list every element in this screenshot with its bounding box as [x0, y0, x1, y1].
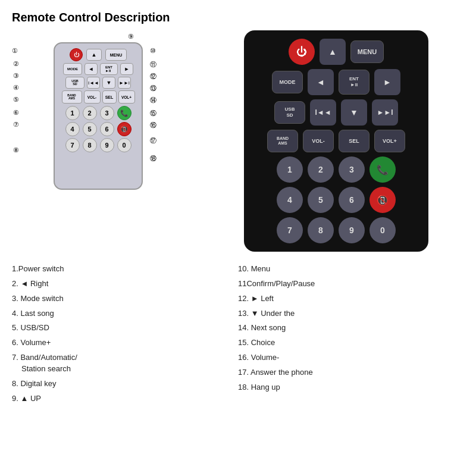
- callout-10: ⑩: [150, 47, 156, 55]
- diag-btn-up: ▲: [86, 49, 102, 61]
- rp-btn-band[interactable]: BANDAMS: [267, 130, 298, 152]
- diag-btn-8: 8: [83, 138, 97, 152]
- diagram-row-2: MODE ◄ ENT►II ►: [58, 63, 138, 75]
- rp-btn-volminus[interactable]: VOL-: [303, 130, 334, 152]
- page-title: Remote Control Description: [12, 11, 464, 24]
- rp-numrow-3: 7 8 9 0: [277, 217, 396, 243]
- diag-btn-down: ▼: [102, 77, 115, 89]
- diagram-numrow-3: 7 8 9 0: [58, 138, 138, 152]
- desc-item-3: 3. Mode switch: [12, 291, 238, 306]
- desc-item-8: 8. Digital key: [12, 376, 238, 391]
- desc-item-4: 4. Last song: [12, 306, 238, 321]
- desc-item-18: 18. Hang up: [238, 380, 464, 394]
- rp-row-1: ⏻ ▲ MENU: [289, 39, 384, 65]
- desc-item-1: 1.Power switch: [12, 261, 238, 276]
- diagram-row-1: ⏻ ▲ MENU: [58, 48, 138, 61]
- page-container: Remote Control Description ⏻ ▲ MENU: [0, 0, 476, 476]
- rp-btn-2[interactable]: 2: [308, 156, 334, 183]
- callout-2: ②: [13, 60, 19, 68]
- rp-btn-power[interactable]: ⏻: [289, 39, 315, 65]
- rp-btn-up[interactable]: ▲: [320, 39, 346, 65]
- diag-btn-next: ►►I: [118, 77, 131, 89]
- callout-9: ⑨: [128, 33, 134, 40]
- desc-item-14: 14. Next song: [238, 320, 464, 335]
- diag-btn-usbsd: USBSD: [65, 77, 84, 89]
- callout-16: ⑯: [150, 121, 156, 130]
- diag-btn-4: 4: [65, 122, 80, 136]
- rp-btn-0[interactable]: 0: [369, 217, 396, 243]
- diag-btn-9: 9: [100, 138, 114, 152]
- diag-btn-1: 1: [65, 106, 80, 120]
- rp-btn-usbsd[interactable]: USBSD: [274, 101, 305, 124]
- callout-5: ⑤: [13, 96, 19, 104]
- diagram-row-4: BANDAMS VOL- SEL VOL+: [58, 90, 138, 104]
- rp-btn-call-green[interactable]: 📞: [369, 156, 396, 183]
- diag-btn-0: 0: [117, 138, 131, 152]
- rp-btn-8[interactable]: 8: [308, 217, 334, 243]
- rp-numrow-2: 4 5 6 📵: [277, 187, 396, 213]
- callout-7: ⑦: [13, 121, 19, 129]
- rp-row-2: MODE ◄ ENT►II ►: [272, 69, 400, 95]
- callout-6: ⑥: [13, 109, 19, 117]
- description-section: 1.Power switch 2. ◄ Right 3. Mode switch…: [12, 256, 464, 470]
- diag-btn-menu: MENU: [105, 49, 127, 61]
- callout-14: ⑭: [150, 96, 156, 105]
- rp-btn-left-nav[interactable]: ◄: [308, 69, 334, 95]
- desc-col-right: 10. Menu 11Confirm/Play/Pause 12. ► Left…: [238, 261, 464, 470]
- rp-btn-5[interactable]: 5: [308, 187, 334, 213]
- desc-item-11: 11Confirm/Play/Pause: [238, 276, 464, 291]
- rp-btn-1[interactable]: 1: [277, 156, 303, 183]
- rp-row-4: BANDAMS VOL- SEL VOL+: [267, 130, 405, 152]
- callout-15: ⑮: [150, 109, 156, 118]
- rp-btn-volplus[interactable]: VOL+: [374, 130, 405, 152]
- diag-btn-mode: MODE: [63, 63, 82, 75]
- rp-btn-4[interactable]: 4: [277, 187, 303, 213]
- diag-btn-power: ⏻: [70, 48, 83, 61]
- callout-11: ⑪: [150, 60, 156, 69]
- rp-btn-right-nav[interactable]: ►: [374, 69, 400, 95]
- rp-btn-prev[interactable]: I◄◄: [310, 99, 336, 126]
- diag-btn-6: 6: [100, 122, 114, 136]
- desc-item-16: 16. Volume-: [238, 350, 464, 365]
- diag-btn-3: 3: [100, 106, 114, 120]
- rp-btn-3[interactable]: 3: [339, 156, 365, 183]
- rp-btn-ent[interactable]: ENT►II: [339, 70, 369, 95]
- top-section: ⏻ ▲ MENU MODE ◄ ENT►II ► USBSD: [12, 30, 464, 252]
- rp-btn-6[interactable]: 6: [339, 187, 365, 213]
- desc-item-6: 6. Volume+: [12, 335, 238, 350]
- desc-col-left: 1.Power switch 2. ◄ Right 3. Mode switch…: [12, 261, 238, 470]
- desc-item-10: 10. Menu: [238, 261, 464, 276]
- diagram-numrow-1: 1 2 3 📞: [58, 106, 138, 120]
- desc-item-15: 15. Choice: [238, 335, 464, 350]
- diag-btn-2: 2: [83, 106, 97, 120]
- desc-item-5: 5. USB/SD: [12, 320, 238, 335]
- diag-btn-right: ►: [120, 63, 133, 75]
- callout-4: ④: [13, 84, 19, 92]
- callout-12: ⑫: [150, 72, 156, 81]
- rp-btn-9[interactable]: 9: [339, 217, 365, 243]
- remote-diagram-body: ⏻ ▲ MENU MODE ◄ ENT►II ► USBSD: [54, 42, 143, 190]
- callout-1: ①: [12, 47, 18, 55]
- callout-8: ⑧: [13, 146, 19, 154]
- rp-btn-menu[interactable]: MENU: [350, 40, 384, 63]
- callout-3: ③: [13, 72, 19, 80]
- callout-18: ⑱: [150, 154, 156, 163]
- rp-btn-sel[interactable]: SEL: [339, 130, 369, 152]
- desc-item-2: 2. ◄ Right: [12, 276, 238, 291]
- diag-btn-7: 7: [65, 138, 80, 152]
- desc-item-17: 17. Answer the phone: [238, 365, 464, 380]
- diag-btn-5: 5: [83, 122, 97, 136]
- callout-17: ⑰: [150, 136, 156, 145]
- diag-btn-volplus: VOL+: [118, 90, 135, 104]
- diagram-numrow-2: 4 5 6 📵: [58, 122, 138, 136]
- rp-btn-call-red[interactable]: 📵: [369, 187, 396, 213]
- rp-btn-next[interactable]: ►►I: [372, 99, 398, 126]
- diag-btn-volminus: VOL-: [84, 90, 101, 104]
- rp-btn-7[interactable]: 7: [277, 217, 303, 243]
- rp-btn-mode[interactable]: MODE: [272, 71, 303, 93]
- diag-btn-call-green: 📞: [117, 106, 131, 120]
- diag-btn-left: ◄: [84, 63, 98, 75]
- diag-btn-ent: ENT►II: [100, 63, 118, 75]
- diag-btn-sel: SEL: [102, 90, 117, 104]
- rp-btn-down[interactable]: ▼: [341, 99, 367, 126]
